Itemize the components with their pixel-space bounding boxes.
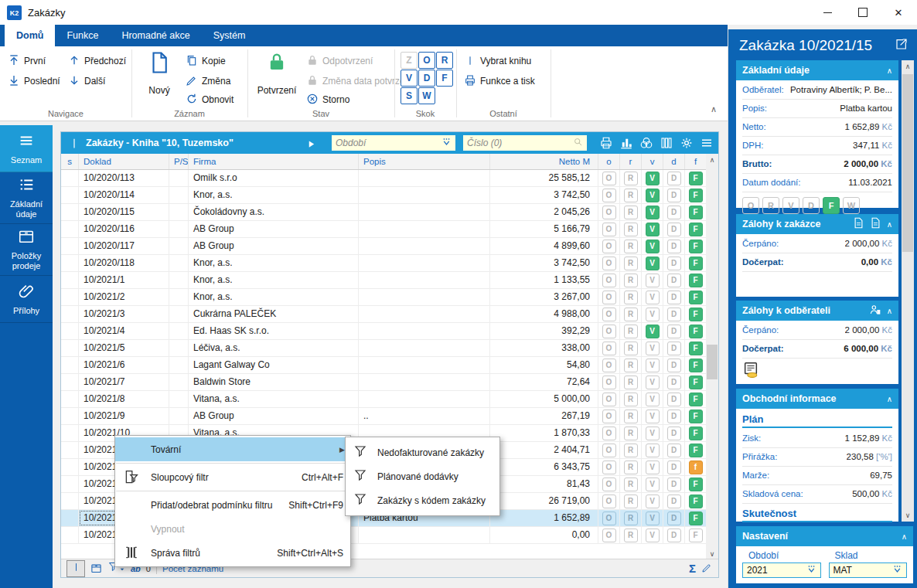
menu-item-vypnout[interactable]: Vypnout: [115, 517, 350, 541]
table-row[interactable]: 10/2021/5Léčiva, a.s.338,00ORVDF: [61, 340, 707, 357]
skok-s-button[interactable]: S: [401, 87, 418, 104]
period-filter-input[interactable]: Období: [332, 135, 455, 151]
submenu-item-pl-novan-dod-vky[interactable]: Plánované dodávky: [346, 464, 499, 488]
storno-button[interactable]: Storno: [306, 91, 349, 108]
nav-next-button[interactable]: Další: [68, 73, 105, 90]
gear-icon[interactable]: [680, 136, 694, 153]
table-row[interactable]: 10/2021/8Vitana, a.s.5 000,00ORVDF: [61, 391, 707, 408]
table-row[interactable]: 10/2020/116AB Group5 166,79ORVDF: [61, 221, 707, 238]
column-header-s[interactable]: s: [61, 154, 79, 169]
table-row[interactable]: 10/2020/113Omilk s.r.o25 585,12ORVDF: [61, 170, 707, 187]
copy-button[interactable]: Kopie: [186, 53, 226, 70]
table-row[interactable]: 10/2020/118Knor, a.s.3 742,50ORVDF: [61, 255, 707, 272]
menu-icon[interactable]: [700, 136, 714, 153]
table-row[interactable]: 10/2021/3Cukrárna PALEČEK4 988,00ORVDF: [61, 306, 707, 323]
menu-item-sloupcov-filtr[interactable]: Sloupcový filtrCtrl+Alt+F: [115, 465, 350, 489]
table-row[interactable]: 10/2021/1Knor, a.s.1 133,55ORVDF: [61, 272, 707, 289]
book-expand-icon[interactable]: [307, 138, 315, 151]
tab-syst-m[interactable]: Systém: [202, 25, 257, 46]
ribbon-collapse-button[interactable]: ∧: [711, 104, 717, 114]
collapse-icon[interactable]: ∧: [902, 532, 907, 541]
panel-scrollbar[interactable]: ∧ ∨: [902, 60, 914, 522]
table-row[interactable]: 10/2020/114Knor, a.s.3 742,50ORVDF: [61, 187, 707, 204]
skok-v-button[interactable]: V: [401, 70, 418, 87]
customer-advances-header[interactable]: Zálohy k odběrateli ∧: [736, 301, 898, 321]
print-icon[interactable]: [599, 136, 613, 153]
table-row[interactable]: 10/2021/7Baldwin Store72,64ORVDF: [61, 374, 707, 391]
table-row[interactable]: 10/2020/115Čokoládovny a.s.2 045,26ORVDF: [61, 204, 707, 221]
table-row[interactable]: 10/2021/4Ed. Haas SK s.r.o.392,29ORVDF: [61, 323, 707, 340]
minimize-button[interactable]: [810, 0, 845, 25]
column-header-r[interactable]: r: [620, 154, 642, 169]
table-row[interactable]: 10/2021/6Lagant Galway Co54,80ORVDF: [61, 357, 707, 374]
stock-select[interactable]: MAT: [829, 563, 908, 578]
scrollbar-thumb[interactable]: [707, 345, 718, 379]
scroll-down-icon[interactable]: ∨: [902, 509, 914, 522]
nav-last-button[interactable]: Poslední: [8, 73, 60, 90]
submenu-item-nedofakturovan-zak-zky[interactable]: Nedofakturované zakázky: [346, 440, 499, 464]
period-select[interactable]: 2021: [742, 563, 821, 578]
column-header-netto-m[interactable]: Netto M: [490, 154, 598, 169]
column-header-o[interactable]: o: [598, 154, 620, 169]
columns-icon[interactable]: [660, 136, 673, 153]
nav-prev-button[interactable]: Předchozí: [68, 53, 126, 70]
order-advances-header[interactable]: Zálohy k zakázce ∧: [736, 214, 898, 234]
functions-print-button[interactable]: Funkce a tisk: [464, 73, 535, 90]
collapse-icon[interactable]: ∧: [887, 220, 892, 229]
view-book-toggle[interactable]: [66, 560, 85, 577]
tab-dom[interactable]: Domů: [5, 25, 55, 46]
table-scrollbar[interactable]: ∧ ∨: [706, 154, 718, 560]
sidebar-item-p-lohy[interactable]: Přílohy: [0, 276, 53, 323]
customer-icon[interactable]: [869, 304, 881, 318]
sidebar-item-seznam[interactable]: Seznam: [0, 125, 53, 172]
unconfirm-button[interactable]: Odpotvrzení: [306, 53, 373, 70]
sidebar-item-z-kladn-daje[interactable]: Základní údaje: [0, 172, 53, 224]
table-row[interactable]: 10/2020/117AB Group4 899,60ORVDF: [61, 238, 707, 255]
table-row[interactable]: 10/2021/9AB Group..267,19ORVDF: [61, 408, 707, 425]
basic-info-header[interactable]: Základní údaje ∧: [736, 60, 898, 80]
submenu-item-zak-zky-s-k-dem-zak-zky[interactable]: Zakázky s kódem zakázky: [346, 488, 499, 512]
edit-icon[interactable]: [701, 562, 713, 576]
dropdown-icon[interactable]: [441, 137, 452, 149]
skok-f-button[interactable]: F: [436, 70, 453, 87]
column-header-firma[interactable]: Firma: [189, 154, 359, 169]
column-header-f[interactable]: f: [685, 154, 707, 169]
scroll-up-icon[interactable]: ∧: [706, 154, 718, 166]
sum-icon[interactable]: Σ: [689, 562, 696, 575]
column-header-v[interactable]: v: [642, 154, 663, 169]
settings-header[interactable]: Nastavení ∧: [736, 526, 913, 546]
collapse-icon[interactable]: ∧: [887, 307, 892, 315]
refresh-button[interactable]: Obnovit: [186, 91, 234, 108]
dropdown-icon[interactable]: [806, 564, 816, 576]
column-header-popis[interactable]: Popis: [359, 154, 490, 169]
tab-hromadn-akce[interactable]: Hromadné akce: [110, 25, 201, 46]
collapse-icon[interactable]: ∧: [887, 66, 892, 75]
column-header-p-s[interactable]: P/S: [169, 154, 189, 169]
change-button[interactable]: Změna: [186, 73, 230, 90]
menu-item-spr-va-filtr[interactable]: Správa filtrůShift+Ctrl+Alt+S: [115, 541, 350, 565]
change-confirm-date-button[interactable]: Změna data potvrzení: [306, 73, 413, 90]
skok-o-button[interactable]: O: [418, 52, 435, 69]
skok-w-button[interactable]: W: [418, 87, 435, 104]
close-button[interactable]: ✕: [881, 0, 916, 25]
dropdown-icon[interactable]: [892, 564, 902, 576]
menu-item-tov-rn[interactable]: Tovární▶: [115, 437, 350, 461]
business-info-header[interactable]: Obchodní informace ∧: [736, 389, 898, 409]
workflow-icon[interactable]: [639, 136, 653, 153]
new-button[interactable]: Nový: [139, 51, 179, 96]
column-header-doklad[interactable]: Doklad: [79, 154, 169, 169]
scroll-up-icon[interactable]: ∧: [902, 60, 914, 73]
chart-icon[interactable]: [619, 136, 633, 153]
nav-first-button[interactable]: První: [8, 53, 46, 70]
skok-r-button[interactable]: R: [436, 52, 453, 69]
confirm-button[interactable]: Potvrzení: [254, 51, 300, 96]
maximize-button[interactable]: [845, 0, 881, 25]
sidebar-item-polo-ky-prodeje[interactable]: Položky prodeje: [0, 224, 53, 276]
tab-funkce[interactable]: Funkce: [55, 25, 110, 46]
documents-icon[interactable]: [870, 217, 881, 231]
number-filter-input[interactable]: Číslo (0): [463, 135, 587, 151]
archive-icon[interactable]: [90, 563, 102, 574]
select-book-button[interactable]: Vybrat knihu: [464, 53, 531, 70]
collapse-icon[interactable]: ∧: [887, 395, 892, 403]
document-icon[interactable]: [853, 217, 864, 231]
